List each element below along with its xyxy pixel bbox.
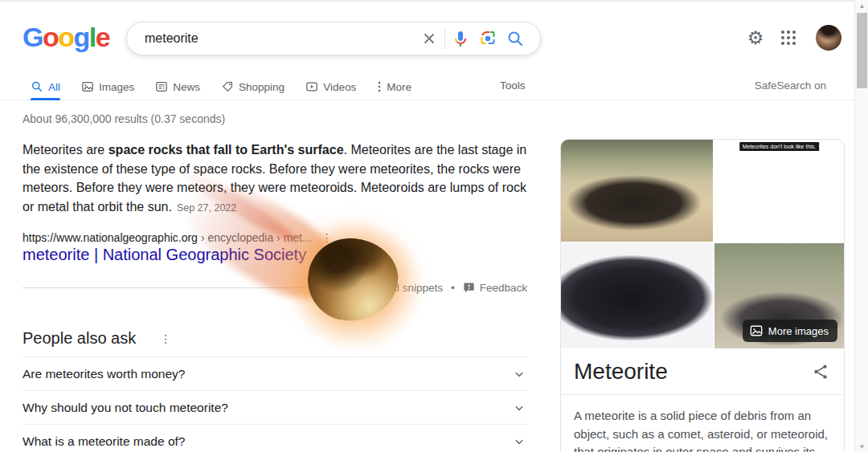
results-stats: About 96,300,000 results (0.37 seconds)	[23, 112, 225, 125]
apps-grid-icon[interactable]	[781, 31, 797, 47]
collage-caption: Meteorites don't look like this.	[739, 142, 820, 151]
active-tab-underline	[31, 98, 60, 100]
tab-label: All	[48, 81, 60, 93]
scroll-up-arrow[interactable]: ▲	[855, 0, 868, 11]
meteor-rock	[302, 233, 403, 328]
more-dots-icon	[377, 80, 382, 93]
knowledge-panel: Meteorites don't look like this. More im…	[560, 139, 845, 452]
chevron-down-icon	[511, 434, 527, 450]
scrollbar[interactable]: ▲ ▼	[854, 0, 868, 452]
image-icon	[81, 80, 94, 93]
search-input[interactable]	[145, 31, 416, 46]
logo-letter: l	[89, 19, 96, 55]
feedback-label: Feedback	[480, 282, 527, 294]
result-options-icon[interactable]: ⋮	[321, 232, 333, 243]
feedback-icon	[463, 282, 475, 294]
tag-icon	[221, 80, 234, 93]
result-url[interactable]: https://www.nationalgeographic.org	[23, 231, 198, 244]
tab-news[interactable]: News	[155, 74, 200, 100]
tab-label: Videos	[323, 81, 356, 93]
tab-label: More	[387, 81, 411, 93]
clear-icon[interactable]	[416, 25, 443, 52]
chevron-down-icon	[511, 366, 527, 382]
news-icon	[155, 80, 168, 93]
featured-snippet-text: Meteorites are space rocks that fall to …	[23, 140, 529, 218]
logo-letter: o	[43, 19, 58, 55]
logo-letter: o	[58, 19, 73, 55]
panel-image-hoba-meteorite[interactable]	[561, 140, 713, 242]
paa-question: What is a meteorite made of?	[23, 434, 185, 449]
snippet-date: Sep 27, 2022	[177, 202, 236, 214]
paa-question: Are meteorites worth money?	[23, 367, 185, 381]
tab-shopping[interactable]: Shopping	[221, 74, 285, 100]
knowledge-panel-image-grid: Meteorites don't look like this. More im…	[561, 140, 844, 348]
google-logo[interactable]: Google	[23, 19, 109, 55]
search-bar[interactable]	[126, 22, 541, 55]
footer-divider	[23, 287, 320, 288]
tools-button[interactable]: Tools	[500, 79, 526, 92]
tabs-row: All Images News	[0, 74, 854, 100]
logo-letter: G	[23, 19, 43, 55]
paa-question-row[interactable]: What is a meteorite made of?	[23, 424, 527, 452]
snippet-bold: space rocks that fall to Earth's surface	[108, 143, 344, 157]
tab-images[interactable]: Images	[81, 74, 134, 100]
video-icon	[305, 80, 318, 93]
tab-label: News	[173, 81, 200, 93]
dot-separator: •	[451, 282, 455, 294]
settings-gear-icon[interactable]: ⚙	[745, 27, 766, 48]
paa-options-icon[interactable]: ⋮	[160, 333, 171, 344]
people-also-ask-title: People also ask	[23, 329, 136, 348]
tab-label: Shopping	[239, 81, 285, 93]
knowledge-panel-description: A meteorite is a solid piece of debris f…	[561, 395, 844, 452]
logo-letter: g	[74, 19, 89, 55]
people-also-ask-header: People also ask ⋮	[23, 329, 171, 348]
result-url-row: https://www.nationalgeographic.org › enc…	[23, 231, 333, 244]
top-hairline	[0, 0, 868, 2]
panel-image-black-meteorite[interactable]	[561, 243, 713, 348]
tab-label: Images	[99, 81, 134, 93]
collage-tiles	[714, 140, 844, 140]
more-images-button[interactable]: More images	[743, 320, 837, 342]
paa-question-row[interactable]: Why should you not touch meteorite?	[23, 390, 527, 424]
tab-all[interactable]: All	[31, 74, 60, 100]
google-search-results-page: Google	[0, 0, 868, 452]
paa-question: Why should you not touch meteorite?	[23, 401, 228, 415]
search-icon	[31, 80, 43, 93]
paa-question-row[interactable]: Are meteorites worth money?	[23, 356, 527, 390]
share-icon[interactable]	[812, 363, 829, 381]
scrollbar-thumb[interactable]	[857, 13, 867, 88]
feedback-button[interactable]: Feedback	[463, 282, 527, 294]
tab-videos[interactable]: Videos	[305, 74, 356, 100]
result-title-link[interactable]: meteorite | National Geographic Society	[23, 246, 306, 264]
people-also-ask-list: Are meteorites worth money? Why should y…	[23, 356, 527, 452]
knowledge-panel-title: Meteorite	[574, 359, 668, 385]
logo-letter: e	[96, 19, 109, 55]
chevron-down-icon	[511, 400, 527, 416]
more-images-label: More images	[768, 325, 829, 337]
snippet-part1: Meteorites are	[23, 143, 108, 157]
mic-icon[interactable]	[447, 25, 474, 52]
lens-camera-icon[interactable]	[474, 25, 502, 52]
knowledge-panel-title-row: Meteorite	[561, 348, 844, 395]
featured-snippet-footer: About featured snippets • Feedback	[23, 282, 527, 294]
panel-image-meteorite-site[interactable]: More images	[714, 243, 844, 348]
scroll-down-arrow[interactable]: ▼	[855, 441, 868, 452]
tab-more[interactable]: More	[377, 74, 411, 100]
about-featured-snippets-link[interactable]: About featured snippets	[328, 282, 443, 294]
result-breadcrumb: › encyclopedia › met...	[201, 231, 312, 244]
search-icon[interactable]	[502, 25, 529, 52]
searchbar-divider	[444, 28, 445, 49]
panel-image-collage[interactable]: Meteorites don't look like this.	[714, 140, 844, 242]
profile-avatar[interactable]	[816, 25, 841, 51]
safesearch-toggle[interactable]: SafeSearch on	[755, 79, 826, 92]
image-icon	[750, 324, 763, 337]
